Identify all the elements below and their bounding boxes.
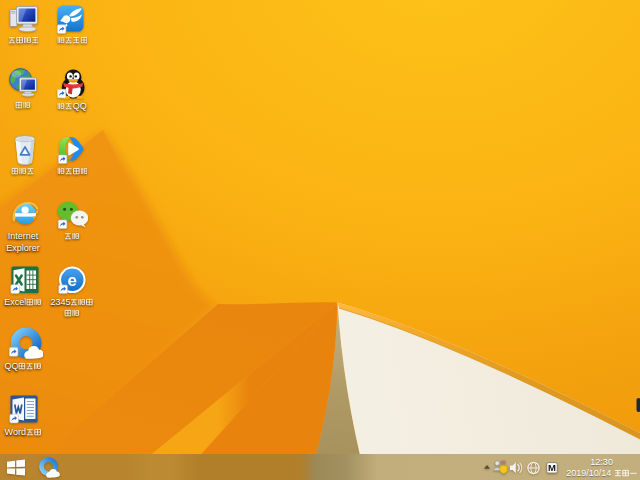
svg-text:M: M: [548, 462, 556, 473]
svg-text:e: e: [68, 271, 77, 290]
